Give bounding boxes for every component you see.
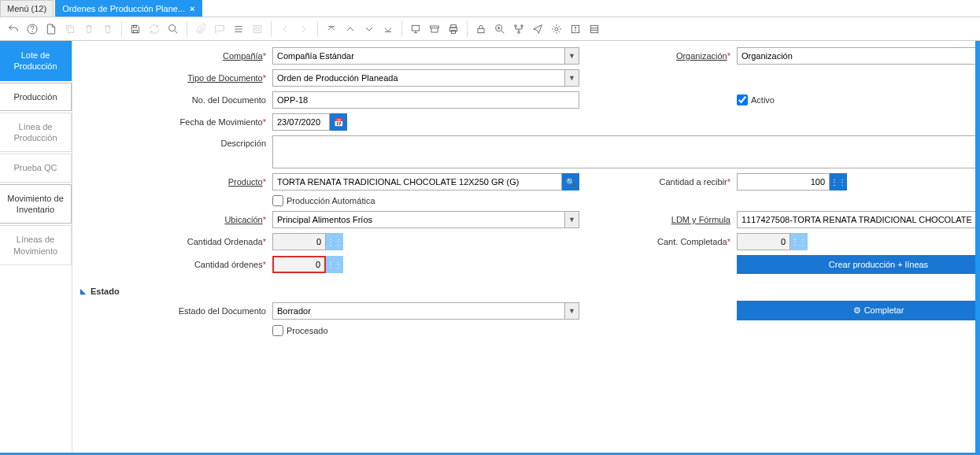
csv-icon[interactable] bbox=[586, 20, 603, 38]
svg-rect-14 bbox=[431, 26, 439, 28]
label-ldm: LDM y Fórmula bbox=[579, 215, 737, 224]
label-tipo-doc: Tipo de Documento* bbox=[76, 73, 272, 83]
calculator-icon[interactable]: ⋮⋮ bbox=[790, 233, 808, 250]
archive-icon[interactable] bbox=[426, 20, 443, 38]
label-compania: Compañía* bbox=[76, 51, 272, 61]
sidebar-item-prueba[interactable]: Prueba QC bbox=[0, 154, 72, 182]
delete-icon bbox=[80, 20, 98, 38]
collapse-icon: ◣ bbox=[80, 287, 86, 295]
sidebar-item-lote[interactable]: Lote de Producción bbox=[0, 41, 72, 81]
section-estado[interactable]: ◣ Estado bbox=[80, 287, 972, 296]
down-icon[interactable] bbox=[361, 20, 378, 38]
sidebar-item-produccion[interactable]: Producción bbox=[0, 83, 72, 111]
sidebar-item-linea[interactable]: Línea de Producción bbox=[0, 113, 72, 153]
attach-icon bbox=[192, 20, 209, 38]
info-icon[interactable] bbox=[567, 20, 584, 38]
tipo-doc-field[interactable] bbox=[272, 69, 579, 87]
label-cant-completada: Cant. Completada* bbox=[579, 237, 737, 246]
organizacion-field[interactable] bbox=[737, 47, 980, 65]
crear-produccion-label: Crear producción + líneas bbox=[829, 260, 928, 269]
tab-bar: Menú (12) Ordenes de Producción Plane...… bbox=[0, 0, 980, 17]
svg-point-1 bbox=[32, 31, 33, 32]
estado-doc-field[interactable] bbox=[272, 302, 579, 320]
producto-field[interactable] bbox=[272, 173, 562, 191]
svg-point-23 bbox=[555, 28, 558, 31]
svg-rect-2 bbox=[68, 27, 73, 32]
new-icon[interactable] bbox=[43, 20, 60, 38]
chevron-down-icon[interactable]: ▼ bbox=[564, 70, 579, 86]
sidebar-prueba-label: Prueba QC bbox=[13, 163, 57, 172]
label-cant-ordenada: Cantidad Ordenada* bbox=[76, 237, 272, 246]
delete2-icon bbox=[99, 20, 116, 38]
svg-point-22 bbox=[518, 31, 520, 33]
label-fecha-mov: Fecha de Movimiento* bbox=[76, 117, 272, 127]
chat-icon bbox=[211, 20, 228, 38]
chevron-down-icon[interactable]: ▼ bbox=[564, 48, 579, 64]
sidebar-mov-label: Movimiento de Inventario bbox=[7, 194, 64, 214]
help-icon[interactable] bbox=[24, 20, 41, 38]
activo-checkbox[interactable] bbox=[737, 94, 748, 105]
svg-rect-3 bbox=[133, 30, 137, 32]
print-icon[interactable] bbox=[445, 20, 462, 38]
calculator-icon[interactable]: ⋮⋮ bbox=[326, 233, 343, 250]
last-icon[interactable] bbox=[379, 20, 397, 38]
prod-auto-checkbox[interactable] bbox=[272, 195, 283, 206]
calculator-icon[interactable]: ⋮⋮ bbox=[326, 256, 343, 273]
chevron-down-icon[interactable]: ▼ bbox=[564, 303, 579, 319]
fecha-mov-field[interactable] bbox=[272, 113, 330, 131]
svg-rect-17 bbox=[451, 30, 455, 33]
product-search-icon[interactable]: 🔍 bbox=[562, 173, 579, 191]
report-icon[interactable] bbox=[407, 20, 424, 38]
right-stripe bbox=[975, 41, 980, 455]
send-icon[interactable] bbox=[529, 20, 546, 38]
first-icon[interactable] bbox=[323, 20, 340, 38]
sidebar-item-lineas[interactable]: Líneas de Movimiento bbox=[0, 225, 72, 265]
procesado-checkbox[interactable] bbox=[272, 325, 283, 336]
grid-icon[interactable] bbox=[230, 20, 247, 38]
lock-icon[interactable] bbox=[472, 20, 490, 38]
gear-icon: ⚙ bbox=[853, 305, 861, 315]
completar-label: Completar bbox=[864, 305, 904, 315]
crear-produccion-button[interactable]: Crear producción + líneas bbox=[737, 255, 980, 274]
svg-rect-4 bbox=[133, 25, 136, 28]
workflow-icon[interactable] bbox=[510, 20, 527, 38]
calendar-icon[interactable]: 📅 bbox=[330, 113, 347, 131]
label-organizacion: Organización* bbox=[579, 51, 737, 61]
sidebar: Lote de Producción Producción Línea de P… bbox=[0, 41, 72, 455]
svg-point-20 bbox=[515, 24, 517, 27]
sidebar-lineas-label: Líneas de Movimiento bbox=[13, 235, 57, 255]
svg-rect-16 bbox=[449, 28, 457, 31]
cant-ordenada-field[interactable] bbox=[272, 233, 326, 250]
svg-rect-15 bbox=[451, 24, 457, 27]
svg-rect-9 bbox=[253, 25, 261, 32]
label-cant-ordenes: Cantidad órdenes* bbox=[76, 260, 272, 269]
search-icon[interactable] bbox=[165, 20, 182, 38]
label-ubicacion: Ubicación* bbox=[76, 215, 272, 224]
tab-ordenes[interactable]: Ordenes de Producción Plane... × bbox=[55, 0, 202, 17]
no-doc-field[interactable] bbox=[272, 91, 579, 109]
gear-icon[interactable] bbox=[548, 20, 565, 38]
up-icon[interactable] bbox=[342, 20, 359, 38]
save-icon[interactable] bbox=[127, 20, 144, 38]
label-estado-doc: Estado del Documento bbox=[76, 306, 272, 316]
cant-ordenes-field[interactable] bbox=[272, 256, 326, 273]
ubicacion-field[interactable] bbox=[272, 211, 579, 228]
compania-field[interactable] bbox=[272, 47, 579, 65]
tab-ordenes-label: Ordenes de Producción Plane... bbox=[62, 4, 185, 13]
cant-completada-field[interactable] bbox=[737, 233, 790, 250]
calculator-icon[interactable]: ⋮⋮ bbox=[830, 173, 847, 191]
tab-menu[interactable]: Menú (12) bbox=[0, 0, 54, 17]
undo-icon[interactable] bbox=[5, 20, 22, 38]
sidebar-item-mov[interactable]: Movimiento de Inventario bbox=[0, 184, 72, 224]
cant-recibir-field[interactable] bbox=[737, 173, 830, 191]
svg-point-21 bbox=[521, 24, 523, 27]
label-cant-recibir: Cantidad a recibir* bbox=[579, 177, 737, 187]
svg-rect-18 bbox=[478, 28, 484, 32]
label-prod-auto: Producción Automática bbox=[287, 196, 375, 205]
chevron-down-icon[interactable]: ▼ bbox=[564, 212, 579, 228]
close-icon[interactable]: × bbox=[190, 4, 194, 13]
descripcion-field[interactable] bbox=[272, 135, 980, 168]
zoom-icon[interactable] bbox=[491, 20, 508, 38]
ldm-field[interactable] bbox=[737, 211, 980, 228]
completar-button[interactable]: ⚙Completar bbox=[737, 301, 980, 320]
